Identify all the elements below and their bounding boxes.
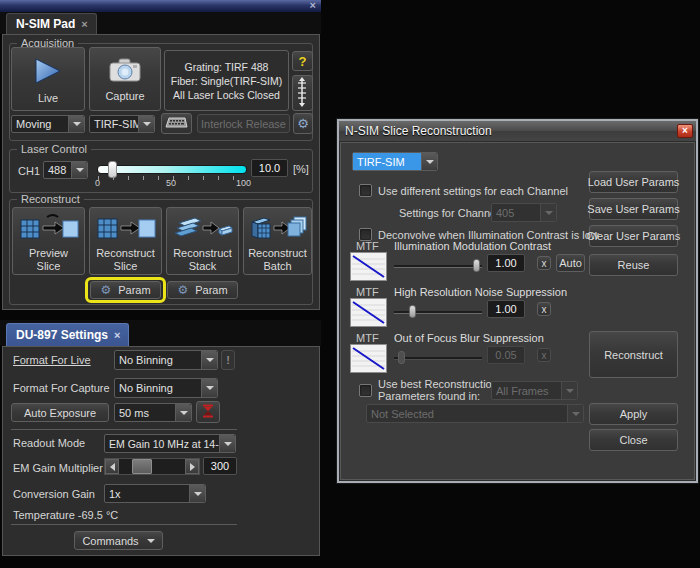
button-label-line1: Reconstruct xyxy=(96,247,155,260)
laser-power-value[interactable]: 10.0 xyxy=(251,159,288,177)
hourglass-icon xyxy=(200,403,216,421)
button-label-line1: Reconstruct xyxy=(173,247,232,260)
illumination-contrast-value[interactable]: 1.00 xyxy=(487,254,525,272)
group-title: Laser Control xyxy=(17,143,91,155)
slider-track[interactable] xyxy=(394,311,482,314)
slider-track[interactable] xyxy=(394,265,482,268)
stack-param-button[interactable]: ⚙ Param xyxy=(167,281,238,299)
apply-button[interactable]: Apply xyxy=(589,403,678,425)
play-icon xyxy=(33,58,63,86)
use-best-params-checkbox[interactable] xyxy=(359,384,372,397)
scrollbar-track[interactable] xyxy=(119,459,185,474)
format-for-live-select[interactable]: No Binning xyxy=(114,350,218,370)
capture-button[interactable]: Capture xyxy=(89,47,161,111)
slider-track[interactable] xyxy=(97,165,247,174)
button-label-line2: Stack xyxy=(189,260,217,273)
format-for-capture-select[interactable]: No Binning xyxy=(114,378,218,398)
dropdown-button[interactable] xyxy=(71,162,87,178)
em-gain-scrollbar[interactable] xyxy=(104,458,200,475)
slider-thumb[interactable] xyxy=(409,305,416,318)
slice-param-button[interactable]: ⚙ Param xyxy=(90,281,161,299)
reconstruct-slice-icon xyxy=(96,214,156,244)
illumination-contrast-slider[interactable] xyxy=(394,259,482,272)
wavelength-select[interactable]: 488 xyxy=(43,161,88,179)
laser-power-slider[interactable]: 0 50 100 xyxy=(97,162,247,186)
dropdown-button[interactable] xyxy=(138,116,154,132)
commands-label: Commands xyxy=(82,535,138,547)
dialog-titlebar[interactable]: N-SIM Slice Reconstruction xyxy=(339,121,696,141)
reconstruct-batch-button[interactable]: Reconstruct Batch xyxy=(243,207,312,275)
close-icon[interactable]: × xyxy=(310,0,316,11)
sim-mode-select[interactable]: TIRF-SIM xyxy=(89,115,155,133)
scroll-left-button[interactable] xyxy=(105,459,119,474)
reuse-button[interactable]: Reuse xyxy=(589,254,678,276)
grating-motion-select[interactable]: Moving xyxy=(11,115,85,133)
tab-du897-settings[interactable]: DU-897 Settings × xyxy=(6,323,129,346)
slider-thumb[interactable] xyxy=(473,259,480,272)
button-label-line1: Preview xyxy=(29,247,68,260)
save-user-params-button[interactable]: Save User Params xyxy=(589,198,678,220)
scrollbar-thumb[interactable] xyxy=(132,459,152,474)
dropdown-button[interactable] xyxy=(175,404,191,421)
reconstruct-button[interactable]: Reconstruct xyxy=(589,331,678,378)
load-user-params-button[interactable]: Load User Params xyxy=(589,171,678,193)
reconstruct-group: Reconstruct Preview Slice xyxy=(9,199,313,305)
reconstruct-slice-button[interactable]: Reconstruct Slice xyxy=(89,207,162,275)
help-button[interactable]: ? xyxy=(292,51,313,71)
blur-suppression-slider[interactable] xyxy=(394,351,482,364)
conversion-gain-select[interactable]: 1x xyxy=(104,484,206,503)
preview-slice-button[interactable]: Preview Slice xyxy=(12,207,85,275)
mtf-label: MTF xyxy=(356,286,379,298)
dialog-close-button[interactable]: × xyxy=(677,124,693,138)
tab-label: N-SIM Pad xyxy=(16,17,75,31)
dropdown-button[interactable] xyxy=(68,116,84,132)
dropdown-button[interactable] xyxy=(219,435,235,452)
auto-exposure-button[interactable]: Auto Exposure xyxy=(11,403,109,422)
tab-nsim-pad[interactable]: N-SIM Pad × xyxy=(6,13,97,34)
channel-select[interactable]: 405 xyxy=(491,203,557,222)
exposure-select[interactable]: 50 ms xyxy=(114,403,192,422)
format-warning-button[interactable]: ! xyxy=(221,350,235,370)
group-title: Reconstruct xyxy=(17,193,84,205)
use-different-settings-checkbox[interactable] xyxy=(359,184,372,197)
em-gain-value[interactable]: 300 xyxy=(203,457,237,475)
readout-mode-select[interactable]: EM Gain 10 MHz at 14-bit xyxy=(104,434,236,453)
x-label: x xyxy=(542,350,547,361)
clear-user-params-button[interactable]: Clear User Params xyxy=(589,225,678,247)
mtf-curve-icon xyxy=(350,298,387,327)
divider xyxy=(11,524,237,525)
dropdown-button[interactable] xyxy=(201,379,217,397)
intensity-slider-button[interactable] xyxy=(292,75,313,111)
interlock-release-button[interactable]: Interlock Release xyxy=(197,114,290,133)
format-for-live-link[interactable]: Format For Live xyxy=(13,354,91,366)
dropdown-button[interactable] xyxy=(201,351,217,369)
blur-suppression-x-button: x xyxy=(537,348,551,362)
dropdown-button[interactable] xyxy=(421,153,437,170)
auto-button[interactable]: Auto xyxy=(556,254,585,272)
left-dock: × N-SIM Pad × Acquisition Live xyxy=(0,0,321,568)
reconstruct-stack-button[interactable]: Reconstruct Stack xyxy=(166,207,239,275)
acquisition-settings-button[interactable]: ⚙ xyxy=(293,113,313,134)
noise-suppression-value[interactable]: 1.00 xyxy=(487,300,525,318)
commands-button[interactable]: Commands xyxy=(74,531,163,550)
live-button[interactable]: Live xyxy=(11,47,85,111)
illumination-contrast-x-button[interactable]: x xyxy=(537,256,551,270)
exposure-timer-button[interactable] xyxy=(196,401,220,423)
noise-suppression-x-button[interactable]: x xyxy=(537,302,551,316)
button-label-line1: Reconstruct xyxy=(248,247,307,260)
source-document-select[interactable]: Not Selected xyxy=(366,404,584,423)
dialog-mode-select[interactable]: TIRF-SIM xyxy=(352,152,438,171)
live-label: Live xyxy=(38,92,58,105)
capture-label: Capture xyxy=(105,90,144,103)
value-text: 0.05 xyxy=(495,349,516,361)
close-button[interactable]: Close xyxy=(589,429,678,451)
temperature-status: Temperature -69.5 °C xyxy=(13,509,118,521)
noise-suppression-slider[interactable] xyxy=(394,305,482,318)
keyboard-button[interactable] xyxy=(161,113,192,134)
dropdown-button[interactable] xyxy=(189,485,205,502)
close-icon[interactable]: × xyxy=(114,329,120,341)
dialog-content: TIRF-SIM Load User Params Save User Para… xyxy=(339,141,696,481)
close-icon[interactable]: × xyxy=(81,18,87,30)
scroll-right-button[interactable] xyxy=(185,459,199,474)
frames-select[interactable]: All Frames xyxy=(491,381,578,400)
